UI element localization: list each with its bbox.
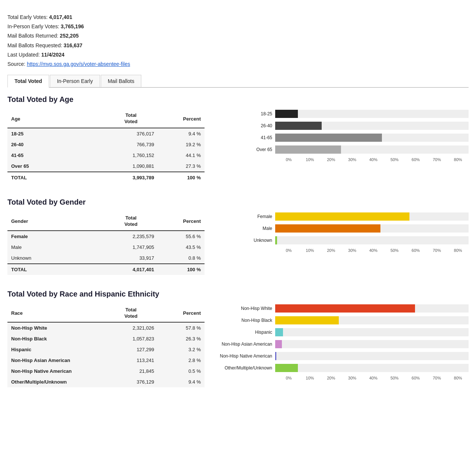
bar-fill	[275, 224, 380, 233]
table-row: Non-Hisp Native American21,8450.5 %	[7, 366, 205, 377]
bar-fill	[275, 122, 322, 130]
table-gender: GenderTotalVotedPercentFemale2,235,57955…	[7, 212, 205, 275]
table-row: Other/Multiple/Unknown376,1299.4 %	[7, 377, 205, 387]
table-race: RaceTotalVotedPercentNon-Hisp White2,321…	[7, 304, 205, 388]
bar-label: Non-Hisp Asian American	[216, 342, 275, 347]
chart-gender: FemaleMaleUnknown0%10%20%30%40%50%60%70%…	[216, 212, 469, 253]
row-value: 21,845	[104, 366, 158, 377]
bar-label: 26-40	[216, 123, 275, 128]
col-header-label-gender: Gender	[7, 212, 104, 231]
bar-label: Male	[216, 226, 275, 231]
bar-track	[275, 304, 469, 313]
axis-tick: 70%	[426, 376, 447, 380]
stats-block: Total Early Votes: 4,017,401In-Person Ea…	[7, 13, 469, 69]
table-row: Non-Hisp White2,321,02657.8 %	[7, 322, 205, 333]
chart-race: Non-Hisp WhiteNon-Hisp BlackHispanicNon-…	[216, 304, 469, 380]
bar-fill	[275, 304, 415, 313]
row-percent: 26.3 %	[158, 333, 205, 344]
row-percent: 2.8 %	[158, 355, 205, 366]
bar-label: 41-65	[216, 135, 275, 140]
table-total-row: TOTAL3,993,789100 %	[7, 172, 205, 183]
col-header-percent-race: Percent	[158, 304, 205, 323]
bar-row: Unknown	[216, 236, 469, 244]
axis-tick: 30%	[342, 376, 363, 380]
bar-label: Over 65	[216, 147, 275, 152]
row-percent: 55.6 %	[158, 231, 205, 242]
row-percent: 0.5 %	[158, 366, 205, 377]
table-row: 41-651,760,15244.1 %	[7, 150, 205, 161]
row-percent: 44.1 %	[158, 150, 205, 161]
axis-tick: 80%	[447, 376, 469, 380]
axis-tick: 50%	[384, 376, 405, 380]
tab-in-person-early[interactable]: In-Person Early	[50, 75, 100, 87]
table-row: Non-Hisp Black1,057,82326.3 %	[7, 333, 205, 344]
row-value: 376,017	[104, 128, 158, 139]
axis-tick: 50%	[384, 248, 405, 253]
bar-row: 18-25	[216, 110, 469, 118]
row-value: 1,760,152	[104, 150, 158, 161]
row-value: 766,739	[104, 139, 158, 150]
sections-container: Total Voted by AgeAgeTotalVotedPercent18…	[7, 95, 469, 387]
chart-axis: 0%10%20%30%40%50%60%70%80%	[278, 157, 469, 162]
bar-track	[275, 122, 469, 130]
bar-fill	[275, 352, 276, 360]
bar-fill	[275, 236, 277, 244]
section-race: Total Voted by Race and Hispanic Ethnici…	[7, 290, 469, 388]
bar-label: Unknown	[216, 238, 275, 243]
table-row: Unknown33,9170.8 %	[7, 253, 205, 264]
col-header-percent-age: Percent	[158, 110, 205, 128]
stat-label: Last Updated:	[7, 52, 40, 58]
stat-label: Mail Ballots Requested:	[7, 42, 62, 48]
axis-tick: 60%	[405, 376, 426, 380]
row-label: 41-65	[7, 150, 104, 161]
bar-track	[275, 340, 469, 348]
col-header-voted-age: TotalVoted	[104, 110, 158, 128]
bar-label: Female	[216, 214, 275, 219]
tab-total-voted[interactable]: Total Voted	[7, 75, 49, 88]
row-label: Non-Hisp Native American	[7, 366, 104, 377]
table-row: Non-Hisp Asian American113,2412.8 %	[7, 355, 205, 366]
col-header-label-age: Age	[7, 110, 104, 128]
bar-fill	[275, 145, 341, 154]
col-header-voted-gender: TotalVoted	[104, 212, 158, 231]
bar-track	[275, 134, 469, 142]
bar-label: Non-Hisp Native American	[216, 353, 275, 359]
stat-value: 4,017,401	[49, 14, 72, 20]
table-row: Male1,747,90543.5 %	[7, 242, 205, 253]
axis-tick: 10%	[299, 157, 321, 162]
bar-track	[275, 364, 469, 372]
bar-label: Non-Hisp Black	[216, 318, 275, 323]
bar-fill	[275, 328, 283, 336]
stat-label: In-Person Early Votes:	[7, 23, 59, 29]
bar-track	[275, 236, 469, 244]
axis-tick: 10%	[299, 248, 321, 253]
axis-tick: 10%	[299, 376, 321, 380]
bar-row: Hispanic	[216, 328, 469, 336]
col-header-label-race: Race	[7, 304, 104, 323]
axis-tick: 60%	[405, 157, 426, 162]
stat-value: 316,637	[64, 42, 83, 48]
axis-tick: 50%	[384, 157, 405, 162]
axis-tick: 0%	[278, 376, 299, 380]
table-row: Female2,235,57955.6 %	[7, 231, 205, 242]
axis-tick: 80%	[447, 248, 469, 253]
row-label: 18-25	[7, 128, 104, 139]
bar-track	[275, 145, 469, 154]
source-link[interactable]: https://mvp.sos.ga.gov/s/voter-absentee-…	[27, 61, 130, 67]
bar-row: 41-65	[216, 134, 469, 142]
table-row: Hispanic127,2993.2 %	[7, 344, 205, 355]
row-label: Other/Multiple/Unknown	[7, 377, 104, 387]
bar-fill	[275, 340, 282, 348]
bar-fill	[275, 364, 298, 372]
tab-mail-ballots[interactable]: Mail Ballots	[101, 75, 142, 87]
bar-row: Non-Hisp Asian American	[216, 340, 469, 348]
bar-row: Non-Hisp Native American	[216, 352, 469, 360]
stat-label: Total Early Votes:	[7, 14, 48, 20]
row-label: Non-Hisp Black	[7, 333, 104, 344]
bar-track	[275, 328, 469, 336]
chart-axis: 0%10%20%30%40%50%60%70%80%	[278, 376, 469, 380]
bar-row: Over 65	[216, 145, 469, 154]
stat-label: Source:	[7, 61, 25, 67]
axis-tick: 40%	[363, 248, 384, 253]
row-value: 2,321,026	[104, 322, 158, 333]
